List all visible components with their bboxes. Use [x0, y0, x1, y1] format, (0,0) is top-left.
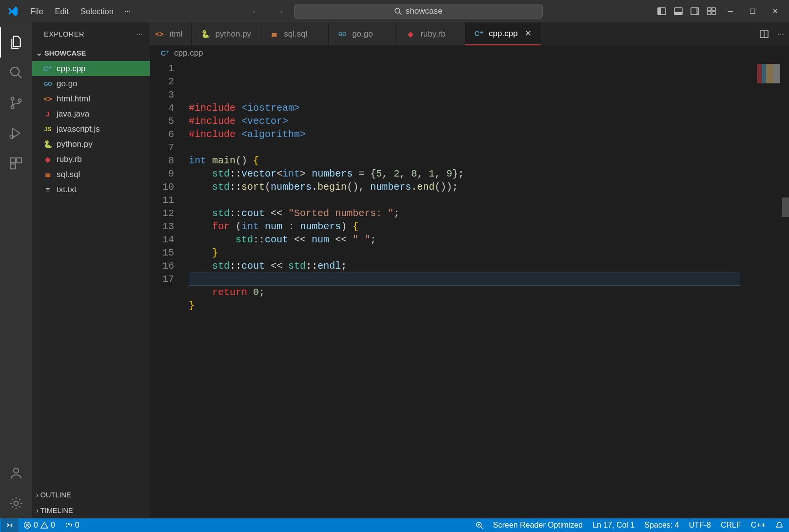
- svg-line-13: [18, 75, 22, 79]
- file-item-cpp-cpp[interactable]: C⁺cpp.cpp: [32, 61, 150, 76]
- window-minimize-icon[interactable]: ─: [721, 4, 740, 18]
- status-encoding[interactable]: UTF-8: [684, 518, 716, 532]
- tab-cpp-cpp[interactable]: C⁺cpp.cpp✕: [465, 22, 541, 45]
- sidebar-bottom-sections: › OUTLINE › TIMELINE: [32, 487, 150, 518]
- status-zoom[interactable]: [471, 518, 488, 532]
- svg-rect-20: [11, 164, 16, 169]
- status-eol[interactable]: CRLF: [716, 518, 746, 532]
- file-item-sql-sql[interactable]: ≣sql.sql: [32, 167, 150, 182]
- activity-explorer[interactable]: [0, 27, 32, 58]
- code-editor[interactable]: 1234567891011121314151617 #include <iost…: [150, 61, 789, 518]
- code-line[interactable]: [189, 141, 789, 154]
- line-number: 10: [150, 180, 174, 194]
- code-line[interactable]: int main() {: [189, 154, 789, 167]
- tab-more-icon[interactable]: ···: [778, 30, 784, 39]
- code-line[interactable]: std::cout << "Sorted numbers: ";: [189, 207, 789, 220]
- breadcrumb[interactable]: C⁺ cpp.cpp: [150, 45, 789, 61]
- svg-point-15: [11, 106, 14, 109]
- sidebar-more-icon[interactable]: ···: [136, 30, 143, 38]
- menu-selection[interactable]: Selection: [76, 4, 118, 19]
- window-maximize-icon[interactable]: ☐: [743, 4, 763, 18]
- activity-run-debug[interactable]: [0, 118, 32, 148]
- code-line[interactable]: for (int num : numbers) {: [189, 220, 789, 233]
- file-item-javascript-js[interactable]: JSjavascript.js: [32, 121, 150, 137]
- layout-primary-sidebar-icon[interactable]: [655, 4, 669, 18]
- code-content[interactable]: #include <iostream>#include <vector>#inc…: [189, 61, 789, 518]
- svg-line-30: [481, 527, 483, 529]
- close-icon[interactable]: ✕: [525, 28, 532, 39]
- tab-go-go[interactable]: GOgo.go: [329, 22, 397, 45]
- code-line[interactable]: [189, 273, 789, 286]
- code-line[interactable]: #include <vector>: [189, 115, 789, 128]
- code-line[interactable]: [189, 312, 789, 325]
- menu-edit[interactable]: Edit: [50, 4, 74, 19]
- code-line[interactable]: std::sort(numbers.begin(), numbers.end()…: [189, 180, 789, 194]
- activity-extensions[interactable]: [0, 148, 32, 178]
- activity-accounts[interactable]: [0, 458, 32, 488]
- status-language[interactable]: C++: [746, 518, 770, 532]
- files-icon: [9, 35, 23, 50]
- command-center-text: showcase: [406, 6, 443, 16]
- layout-secondary-sidebar-icon[interactable]: [688, 4, 702, 18]
- code-line[interactable]: }: [189, 246, 789, 259]
- split-editor-icon[interactable]: [759, 29, 769, 39]
- outline-label: OUTLINE: [40, 491, 71, 499]
- code-line[interactable]: #include <iostream>: [189, 101, 789, 115]
- window-close-icon[interactable]: ✕: [766, 4, 785, 18]
- timeline-section[interactable]: › TIMELINE: [32, 503, 150, 518]
- activity-manage[interactable]: [0, 488, 32, 518]
- tab-ruby-rb[interactable]: ◆ruby.rb: [397, 22, 465, 45]
- folder-section-header[interactable]: ⌄ SHOWCASE: [32, 45, 150, 61]
- menu-overflow-icon[interactable]: ···: [120, 5, 135, 18]
- file-item-python-py[interactable]: 🐍python.py: [32, 137, 150, 152]
- status-notifications[interactable]: [770, 518, 788, 532]
- code-line[interactable]: #include <algorithm>: [189, 128, 789, 141]
- svg-rect-10: [708, 12, 711, 15]
- tab-ıtml[interactable]: <>ıtml: [150, 22, 192, 45]
- status-indentation[interactable]: Spaces: 4: [639, 518, 684, 532]
- breadcrumb-file: cpp.cpp: [174, 48, 203, 58]
- file-item-go-go[interactable]: GOgo.go: [32, 76, 150, 91]
- py-file-icon: 🐍: [43, 140, 53, 149]
- nav-back-icon[interactable]: ←: [247, 5, 265, 18]
- layout-panel-icon[interactable]: [671, 4, 685, 18]
- scrollbar-thumb[interactable]: [782, 197, 789, 217]
- file-item-label: python.py: [57, 139, 93, 149]
- code-line[interactable]: std::cout << std::endl;: [189, 259, 789, 273]
- extensions-icon: [9, 156, 23, 171]
- layout-customize-icon[interactable]: [705, 4, 718, 18]
- py-file-icon: 🐍: [200, 30, 210, 39]
- outline-section[interactable]: › OUTLINE: [32, 487, 150, 503]
- file-item-ruby-rb[interactable]: ◆ruby.rb: [32, 152, 150, 167]
- status-remote[interactable]: [1, 518, 19, 532]
- minimap[interactable]: [757, 64, 780, 83]
- status-ports[interactable]: 0: [60, 518, 84, 532]
- code-line[interactable]: std::cout << num << " ";: [189, 233, 789, 246]
- file-item-java-java[interactable]: Jjava.java: [32, 106, 150, 121]
- chevron-right-icon: ›: [36, 491, 39, 499]
- code-line[interactable]: }: [189, 299, 789, 312]
- activity-search[interactable]: [0, 58, 32, 88]
- code-line[interactable]: [189, 194, 789, 207]
- menu-file[interactable]: File: [25, 4, 48, 19]
- file-item-txt-txt[interactable]: ≡txt.txt: [32, 182, 150, 197]
- activity-source-control[interactable]: [0, 88, 32, 118]
- status-screenreader[interactable]: Screen Reader Optimized: [488, 518, 588, 532]
- command-center[interactable]: showcase: [294, 4, 543, 19]
- svg-point-16: [18, 99, 21, 102]
- file-item-label: javascript.js: [57, 124, 100, 134]
- tab-sql-sql[interactable]: ≣sql.sql: [260, 22, 329, 45]
- js-file-icon: JS: [43, 126, 53, 133]
- code-line[interactable]: std::vector<int> numbers = {5, 2, 8, 1, …: [189, 167, 789, 180]
- file-item-label: ruby.rb: [57, 155, 82, 164]
- code-line[interactable]: return 0;: [189, 286, 789, 299]
- titlebar-right: ─ ☐ ✕: [655, 4, 785, 18]
- file-item-html-html[interactable]: <>html.html: [32, 91, 150, 106]
- tab-python-py[interactable]: 🐍python.py: [192, 22, 260, 45]
- nav-forward-icon[interactable]: →: [271, 5, 288, 18]
- timeline-label: TIMELINE: [40, 507, 73, 514]
- cpp-file-icon: C⁺: [160, 49, 170, 58]
- status-problems[interactable]: 0 0: [19, 518, 60, 532]
- status-cursor-position[interactable]: Ln 17, Col 1: [588, 518, 639, 532]
- tab-label: python.py: [215, 29, 251, 39]
